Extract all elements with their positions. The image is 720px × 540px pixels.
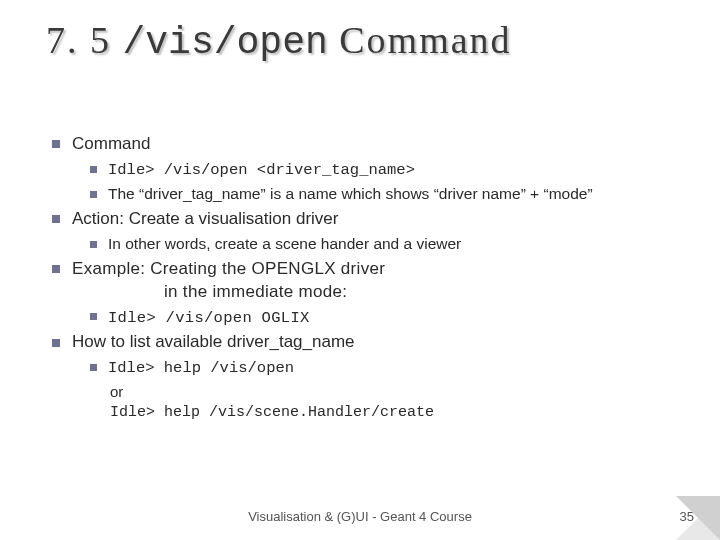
title-word: Command bbox=[339, 19, 511, 61]
slide-body: Command Idle> /vis/open <driver_tag_name… bbox=[48, 130, 690, 426]
bullet-command-idle: Idle> /vis/open <driver_tag_name> bbox=[84, 159, 690, 181]
action-sub-text: In other words, create a scene hander an… bbox=[108, 235, 461, 252]
footer-text: Visualisation & (G)UI - Geant 4 Course bbox=[0, 509, 720, 524]
howto-text: How to list available driver_tag_name bbox=[72, 332, 355, 351]
howto-cmd1-text: Idle> help /vis/open bbox=[108, 359, 294, 377]
example-cmd-text: Idle> /vis/open OGLIX bbox=[108, 309, 310, 327]
page-fold-decoration bbox=[676, 496, 720, 540]
command-heading: Command bbox=[72, 134, 150, 153]
example-line1: Example: Creating the OPENGLX driver bbox=[72, 259, 385, 278]
bullet-example-cmd: Idle> /vis/open OGLIX bbox=[84, 307, 690, 329]
howto-or: or bbox=[86, 382, 690, 402]
slide-footer: Visualisation & (G)UI - Geant 4 Course 3… bbox=[0, 509, 720, 524]
bullet-howto-cmd1: Idle> help /vis/open bbox=[84, 357, 690, 379]
example-line2: in the immediate mode: bbox=[72, 281, 690, 304]
bullet-action: Action: Create a visualisation driver In… bbox=[48, 208, 690, 255]
title-number: 7. 5 bbox=[46, 19, 111, 61]
bullet-action-sub: In other words, create a scene hander an… bbox=[84, 234, 690, 255]
action-text: Action: Create a visualisation driver bbox=[72, 209, 338, 228]
bullet-example: Example: Creating the OPENGLX driver in … bbox=[48, 258, 690, 329]
howto-cmd2-text: Idle> help /vis/scene.Handler/create bbox=[86, 403, 690, 423]
bullet-howto: How to list available driver_tag_name Id… bbox=[48, 331, 690, 422]
title-code: /vis/open bbox=[123, 21, 328, 64]
slide: 7. 5 /vis/open Command Command Idle> /vi… bbox=[0, 0, 720, 540]
slide-title: 7. 5 /vis/open Command bbox=[46, 18, 512, 64]
command-idle-text: Idle> /vis/open <driver_tag_name> bbox=[108, 161, 415, 179]
command-desc-text: The “driver_tag_name” is a name which sh… bbox=[108, 185, 593, 202]
bullet-command: Command Idle> /vis/open <driver_tag_name… bbox=[48, 133, 690, 205]
bullet-command-desc: The “driver_tag_name” is a name which sh… bbox=[84, 184, 690, 205]
